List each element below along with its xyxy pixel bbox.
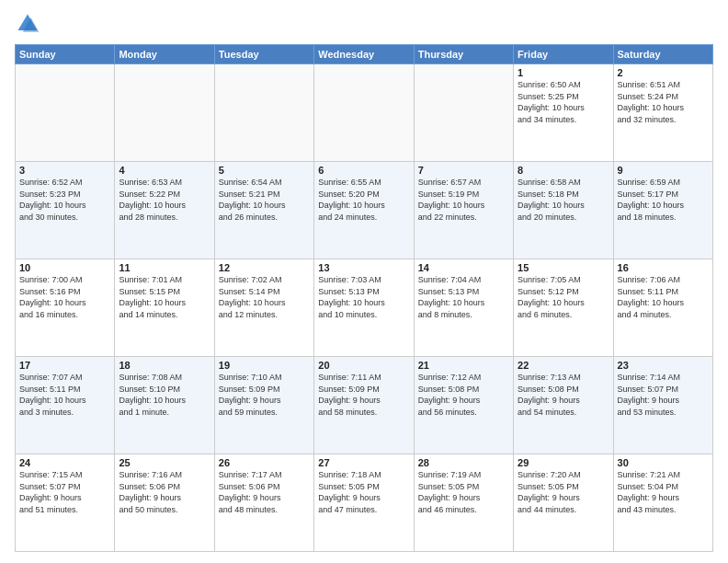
day-info: Sunrise: 7:10 AM Sunset: 5:09 PM Dayligh… xyxy=(219,372,310,418)
day-info: Sunrise: 7:14 AM Sunset: 5:07 PM Dayligh… xyxy=(618,372,709,418)
day-info: Sunrise: 6:53 AM Sunset: 5:22 PM Dayligh… xyxy=(119,177,210,223)
day-number: 27 xyxy=(318,457,409,468)
day-number: 30 xyxy=(618,457,709,468)
day-info: Sunrise: 7:02 AM Sunset: 5:14 PM Dayligh… xyxy=(219,274,310,320)
calendar-table: SundayMondayTuesdayWednesdayThursdayFrid… xyxy=(15,44,713,552)
calendar-cell xyxy=(115,64,214,162)
day-info: Sunrise: 7:06 AM Sunset: 5:11 PM Dayligh… xyxy=(618,274,709,320)
day-number: 15 xyxy=(518,262,609,273)
calendar-week-row: 17Sunrise: 7:07 AM Sunset: 5:11 PM Dayli… xyxy=(16,357,713,454)
day-number: 1 xyxy=(518,67,609,78)
calendar-cell: 17Sunrise: 7:07 AM Sunset: 5:11 PM Dayli… xyxy=(16,357,115,454)
calendar-cell: 23Sunrise: 7:14 AM Sunset: 5:07 PM Dayli… xyxy=(613,357,712,454)
calendar-cell: 18Sunrise: 7:08 AM Sunset: 5:10 PM Dayli… xyxy=(115,357,214,454)
calendar-cell: 29Sunrise: 7:20 AM Sunset: 5:05 PM Dayli… xyxy=(514,454,613,552)
day-number: 25 xyxy=(119,457,210,468)
day-info: Sunrise: 7:04 AM Sunset: 5:13 PM Dayligh… xyxy=(418,274,509,320)
calendar-header-day: Saturday xyxy=(613,45,712,64)
day-number: 10 xyxy=(19,262,110,273)
day-info: Sunrise: 7:20 AM Sunset: 5:05 PM Dayligh… xyxy=(518,469,609,515)
calendar-cell: 20Sunrise: 7:11 AM Sunset: 5:09 PM Dayli… xyxy=(314,357,414,454)
calendar-cell: 21Sunrise: 7:12 AM Sunset: 5:08 PM Dayli… xyxy=(414,357,513,454)
day-number: 24 xyxy=(19,457,110,468)
header xyxy=(15,11,713,37)
calendar-header-day: Sunday xyxy=(16,45,115,64)
day-info: Sunrise: 7:16 AM Sunset: 5:06 PM Dayligh… xyxy=(119,469,210,515)
day-info: Sunrise: 7:00 AM Sunset: 5:16 PM Dayligh… xyxy=(19,274,110,320)
calendar-header-day: Tuesday xyxy=(214,45,313,64)
calendar-cell: 25Sunrise: 7:16 AM Sunset: 5:06 PM Dayli… xyxy=(115,454,214,552)
day-number: 18 xyxy=(119,360,210,371)
day-info: Sunrise: 7:01 AM Sunset: 5:15 PM Dayligh… xyxy=(119,274,210,320)
calendar-header-day: Thursday xyxy=(414,45,513,64)
calendar-cell: 7Sunrise: 6:57 AM Sunset: 5:19 PM Daylig… xyxy=(414,162,513,259)
calendar-cell: 27Sunrise: 7:18 AM Sunset: 5:05 PM Dayli… xyxy=(314,454,414,552)
day-info: Sunrise: 6:59 AM Sunset: 5:17 PM Dayligh… xyxy=(618,177,709,223)
day-number: 9 xyxy=(618,165,709,176)
day-info: Sunrise: 7:05 AM Sunset: 5:12 PM Dayligh… xyxy=(518,274,609,320)
calendar-cell: 24Sunrise: 7:15 AM Sunset: 5:07 PM Dayli… xyxy=(16,454,115,552)
day-info: Sunrise: 7:21 AM Sunset: 5:04 PM Dayligh… xyxy=(618,469,709,515)
calendar-cell: 6Sunrise: 6:55 AM Sunset: 5:20 PM Daylig… xyxy=(314,162,414,259)
page: SundayMondayTuesdayWednesdayThursdayFrid… xyxy=(0,0,728,563)
day-number: 5 xyxy=(219,165,310,176)
day-number: 26 xyxy=(219,457,310,468)
day-number: 11 xyxy=(119,262,210,273)
day-number: 21 xyxy=(418,360,509,371)
day-number: 19 xyxy=(219,360,310,371)
calendar-cell xyxy=(314,64,414,162)
day-info: Sunrise: 6:50 AM Sunset: 5:25 PM Dayligh… xyxy=(518,79,609,125)
calendar-cell: 30Sunrise: 7:21 AM Sunset: 5:04 PM Dayli… xyxy=(613,454,712,552)
calendar-cell: 22Sunrise: 7:13 AM Sunset: 5:08 PM Dayli… xyxy=(514,357,613,454)
day-info: Sunrise: 7:07 AM Sunset: 5:11 PM Dayligh… xyxy=(19,372,110,418)
day-number: 3 xyxy=(19,165,110,176)
day-info: Sunrise: 6:58 AM Sunset: 5:18 PM Dayligh… xyxy=(518,177,609,223)
day-number: 6 xyxy=(318,165,409,176)
calendar-cell: 8Sunrise: 6:58 AM Sunset: 5:18 PM Daylig… xyxy=(514,162,613,259)
day-info: Sunrise: 7:11 AM Sunset: 5:09 PM Dayligh… xyxy=(318,372,409,418)
day-number: 20 xyxy=(318,360,409,371)
calendar-cell: 15Sunrise: 7:05 AM Sunset: 5:12 PM Dayli… xyxy=(514,259,613,357)
logo xyxy=(15,11,44,37)
calendar-cell: 10Sunrise: 7:00 AM Sunset: 5:16 PM Dayli… xyxy=(16,259,115,357)
day-info: Sunrise: 7:13 AM Sunset: 5:08 PM Dayligh… xyxy=(518,372,609,418)
day-number: 8 xyxy=(518,165,609,176)
calendar-week-row: 3Sunrise: 6:52 AM Sunset: 5:23 PM Daylig… xyxy=(16,162,713,259)
calendar-cell: 3Sunrise: 6:52 AM Sunset: 5:23 PM Daylig… xyxy=(16,162,115,259)
calendar-cell: 2Sunrise: 6:51 AM Sunset: 5:24 PM Daylig… xyxy=(613,64,712,162)
calendar-cell xyxy=(16,64,115,162)
day-info: Sunrise: 7:08 AM Sunset: 5:10 PM Dayligh… xyxy=(119,372,210,418)
day-info: Sunrise: 6:51 AM Sunset: 5:24 PM Dayligh… xyxy=(618,79,709,125)
calendar-cell: 11Sunrise: 7:01 AM Sunset: 5:15 PM Dayli… xyxy=(115,259,214,357)
day-info: Sunrise: 6:54 AM Sunset: 5:21 PM Dayligh… xyxy=(219,177,310,223)
day-info: Sunrise: 7:18 AM Sunset: 5:05 PM Dayligh… xyxy=(318,469,409,515)
calendar-cell: 14Sunrise: 7:04 AM Sunset: 5:13 PM Dayli… xyxy=(414,259,513,357)
calendar-cell: 4Sunrise: 6:53 AM Sunset: 5:22 PM Daylig… xyxy=(115,162,214,259)
calendar-cell xyxy=(414,64,513,162)
day-info: Sunrise: 7:17 AM Sunset: 5:06 PM Dayligh… xyxy=(219,469,310,515)
day-number: 16 xyxy=(618,262,709,273)
day-number: 14 xyxy=(418,262,509,273)
day-number: 29 xyxy=(518,457,609,468)
logo-icon xyxy=(15,11,40,37)
calendar-cell: 26Sunrise: 7:17 AM Sunset: 5:06 PM Dayli… xyxy=(214,454,313,552)
day-number: 13 xyxy=(318,262,409,273)
calendar-cell: 19Sunrise: 7:10 AM Sunset: 5:09 PM Dayli… xyxy=(214,357,313,454)
calendar-cell: 28Sunrise: 7:19 AM Sunset: 5:05 PM Dayli… xyxy=(414,454,513,552)
calendar-cell: 9Sunrise: 6:59 AM Sunset: 5:17 PM Daylig… xyxy=(613,162,712,259)
day-info: Sunrise: 6:57 AM Sunset: 5:19 PM Dayligh… xyxy=(418,177,509,223)
calendar-header-day: Monday xyxy=(115,45,214,64)
day-info: Sunrise: 7:03 AM Sunset: 5:13 PM Dayligh… xyxy=(318,274,409,320)
calendar-week-row: 1Sunrise: 6:50 AM Sunset: 5:25 PM Daylig… xyxy=(16,64,713,162)
day-number: 28 xyxy=(418,457,509,468)
calendar-header-day: Wednesday xyxy=(314,45,414,64)
day-number: 7 xyxy=(418,165,509,176)
calendar-header-day: Friday xyxy=(514,45,613,64)
calendar-week-row: 10Sunrise: 7:00 AM Sunset: 5:16 PM Dayli… xyxy=(16,259,713,357)
day-info: Sunrise: 7:12 AM Sunset: 5:08 PM Dayligh… xyxy=(418,372,509,418)
day-number: 4 xyxy=(119,165,210,176)
day-number: 2 xyxy=(618,67,709,78)
day-number: 23 xyxy=(618,360,709,371)
day-info: Sunrise: 6:55 AM Sunset: 5:20 PM Dayligh… xyxy=(318,177,409,223)
day-info: Sunrise: 6:52 AM Sunset: 5:23 PM Dayligh… xyxy=(19,177,110,223)
